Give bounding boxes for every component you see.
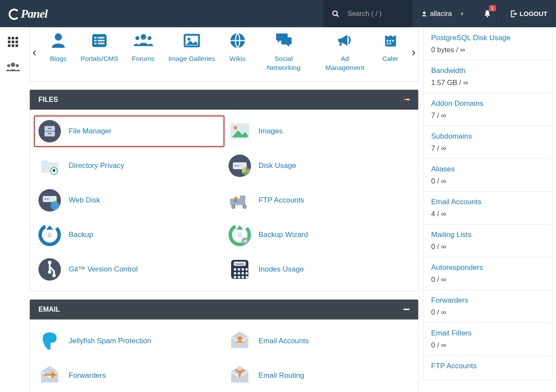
svg-point-16 bbox=[55, 33, 62, 41]
file-item-label: File Manager bbox=[69, 127, 111, 136]
stat-bandwidth[interactable]: Bandwidth1.57 GB / ∞ bbox=[423, 60, 553, 93]
stat-mailing-lists[interactable]: Mailing Lists0 / ∞ bbox=[423, 224, 553, 257]
file-item-directory-privacy[interactable]: Directory Privacy bbox=[38, 155, 220, 177]
svg-point-58 bbox=[51, 201, 59, 210]
files-panel-header[interactable]: FILES bbox=[30, 90, 418, 110]
file-item-inodes-usage[interactable]: inodesInodes Usage bbox=[229, 258, 410, 281]
collapse-icon[interactable] bbox=[403, 99, 410, 100]
file-item-file-manager[interactable]: File Manager bbox=[34, 115, 225, 147]
file-item-label: FTP Accounts bbox=[259, 196, 305, 205]
search-input[interactable] bbox=[347, 10, 403, 18]
stats-sidebar: PostgreSQL Disk Usage0 bytes / ∞Bandwidt… bbox=[423, 27, 556, 392]
sidebar-users-icon[interactable] bbox=[6, 61, 20, 73]
user-icon bbox=[50, 32, 67, 49]
carousel: ‹ BlogsPortals/CMSForumsImage GalleriesW… bbox=[30, 28, 418, 81]
carousel-item-label: Ad Management bbox=[321, 54, 369, 73]
svg-rect-35 bbox=[387, 40, 388, 42]
carousel-item-label: Blogs bbox=[50, 54, 67, 63]
svg-point-81 bbox=[241, 268, 244, 271]
stat-email-accounts[interactable]: Email Accounts4 / ∞ bbox=[423, 192, 553, 224]
stat-postgresql-disk-usage[interactable]: PostgreSQL Disk Usage0 bytes / ∞ bbox=[423, 27, 553, 60]
stat-title: FTP Accounts bbox=[431, 362, 544, 370]
email-item-label: Email Accounts bbox=[259, 337, 309, 345]
search-box[interactable] bbox=[323, 0, 412, 27]
stat-subdomains[interactable]: Subdomains7 / ∞ bbox=[423, 126, 553, 159]
panel-title: EMAIL bbox=[38, 306, 60, 313]
stat-aliases[interactable]: Aliases0 / ∞ bbox=[423, 159, 553, 192]
email-panel-header[interactable]: EMAIL bbox=[30, 300, 418, 319]
svg-rect-20 bbox=[94, 40, 96, 41]
file-item-git-version-control[interactable]: Git™ Version Control bbox=[38, 258, 220, 281]
svg-rect-21 bbox=[98, 40, 105, 41]
sidebar-apps-icon[interactable] bbox=[7, 36, 19, 48]
email-item-email-accounts[interactable]: Email Accounts bbox=[229, 330, 410, 352]
stat-value: 4 / ∞ bbox=[431, 210, 544, 218]
svg-point-75 bbox=[52, 274, 56, 277]
main-content: ‹ BlogsPortals/CMSForumsImage GalleriesW… bbox=[26, 27, 423, 392]
svg-point-13 bbox=[11, 63, 15, 67]
carousel-next[interactable]: › bbox=[412, 45, 416, 59]
svg-point-25 bbox=[135, 36, 139, 40]
logout-button[interactable]: LOGOUT bbox=[501, 0, 556, 27]
carousel-item-social-networking[interactable]: Social Networking bbox=[260, 32, 308, 73]
carousel-item-ad-management[interactable]: Ad Management bbox=[321, 32, 369, 73]
svg-text:L: L bbox=[48, 233, 51, 237]
svg-point-74 bbox=[48, 270, 51, 274]
svg-point-14 bbox=[7, 64, 10, 67]
svg-rect-4 bbox=[8, 37, 10, 39]
file-item-backup[interactable]: LBackup bbox=[38, 224, 220, 246]
svg-point-2 bbox=[423, 11, 426, 14]
file-item-disk-usage[interactable]: Disk Usage bbox=[229, 155, 410, 177]
emailrouting-icon bbox=[229, 364, 251, 387]
stat-title: Aliases bbox=[431, 165, 544, 174]
carousel-item-forums[interactable]: Forums bbox=[132, 32, 155, 73]
svg-rect-10 bbox=[8, 44, 10, 47]
carousel-item-portals-cms[interactable]: Portals/CMS bbox=[81, 32, 118, 73]
emailacct-icon bbox=[229, 330, 251, 352]
svg-point-83 bbox=[234, 272, 236, 275]
carousel-item-blogs[interactable]: Blogs bbox=[50, 32, 67, 73]
svg-rect-36 bbox=[389, 40, 391, 42]
carousel-item-label: Forums bbox=[132, 54, 155, 63]
notif-badge: 1 bbox=[489, 5, 496, 11]
file-item-backup-wizard[interactable]: Backup Wizard bbox=[229, 224, 410, 246]
svg-rect-34 bbox=[392, 34, 394, 37]
svg-point-79 bbox=[234, 268, 236, 271]
file-item-label: Backup Wizard bbox=[259, 231, 308, 239]
svg-point-3 bbox=[486, 16, 488, 17]
email-item-forwarders[interactable]: Forwarders bbox=[38, 364, 220, 387]
stat-title: Email Accounts bbox=[431, 198, 544, 206]
notifications[interactable]: 1 bbox=[473, 0, 501, 27]
file-item-label: Images bbox=[259, 127, 283, 136]
collapse-icon[interactable] bbox=[403, 309, 410, 310]
svg-point-26 bbox=[147, 36, 151, 40]
cpanel-logo[interactable]: Panel bbox=[0, 7, 56, 21]
stat-title: Forwarders bbox=[431, 296, 544, 305]
images-icon bbox=[229, 120, 251, 142]
file-item-label: Web Disk bbox=[69, 196, 100, 205]
stat-title: Autoresponders bbox=[431, 263, 544, 272]
stat-autoresponders[interactable]: Autoresponders0 / ∞ bbox=[423, 257, 553, 290]
carousel-prev[interactable]: ‹ bbox=[32, 45, 36, 59]
stat-value: 7 / ∞ bbox=[431, 144, 544, 152]
user-menu[interactable]: allacira ▼ bbox=[412, 0, 473, 27]
svg-rect-43 bbox=[48, 128, 51, 129]
carousel-item-caler[interactable]: Caler bbox=[382, 32, 398, 73]
email-item-jellyfish-spam-protection[interactable]: Jellyfish Spam Protection bbox=[38, 330, 220, 352]
svg-point-28 bbox=[187, 38, 191, 41]
file-item-images[interactable]: Images bbox=[229, 120, 410, 142]
carousel-item-image-galleries[interactable]: Image Galleries bbox=[168, 32, 216, 73]
svg-point-86 bbox=[245, 272, 248, 275]
svg-text:inodes: inodes bbox=[235, 262, 244, 266]
stat-title: PostgreSQL Disk Usage bbox=[431, 34, 544, 42]
file-item-web-disk[interactable]: Web Disk bbox=[38, 189, 220, 212]
email-item-email-routing[interactable]: Email Routing bbox=[229, 364, 410, 387]
stat-ftp-accounts[interactable]: FTP Accounts bbox=[423, 356, 553, 380]
stat-email-filters[interactable]: Email Filters0 / ∞ bbox=[423, 323, 553, 356]
svg-point-87 bbox=[234, 276, 236, 278]
stat-addon-domains[interactable]: Addon Domains7 / ∞ bbox=[423, 93, 553, 126]
stat-value: 7 / ∞ bbox=[431, 111, 544, 120]
file-item-ftp-accounts[interactable]: FTP Accounts bbox=[229, 189, 410, 212]
carousel-item-wikis[interactable]: Wikis bbox=[229, 32, 246, 73]
stat-forwarders[interactable]: Forwarders0 / ∞ bbox=[423, 290, 553, 323]
